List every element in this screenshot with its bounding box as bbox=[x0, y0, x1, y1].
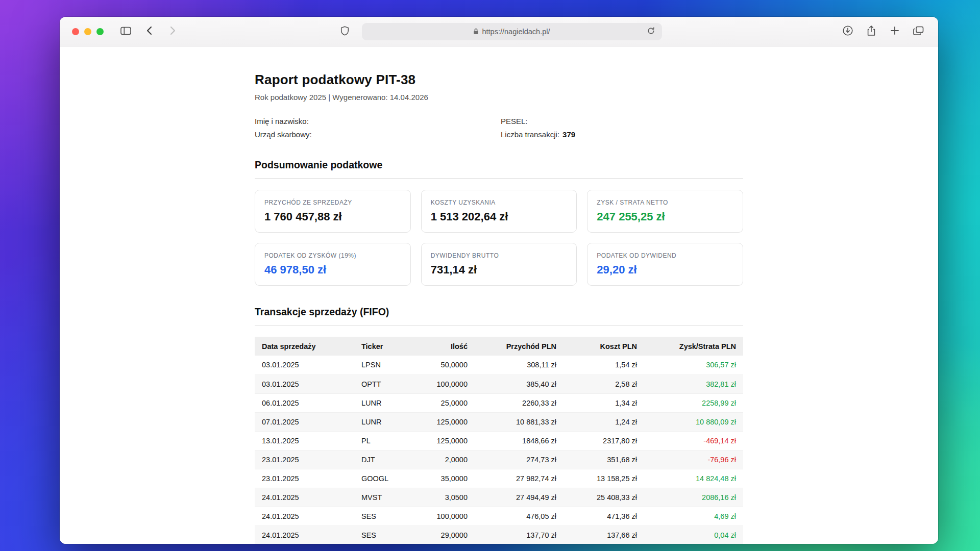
cell-date: 24.01.2025 bbox=[255, 488, 354, 507]
cell-revenue: 385,40 zł bbox=[475, 374, 564, 393]
tab-overview-button[interactable] bbox=[910, 24, 927, 39]
cell-pl: 382,81 zł bbox=[644, 374, 743, 393]
cell-revenue: 10 881,33 zł bbox=[475, 412, 564, 431]
cell-ticker: DJT bbox=[354, 450, 408, 469]
cell-qty: 50,0000 bbox=[408, 356, 475, 374]
card-value: 1 513 202,64 zł bbox=[431, 210, 568, 223]
card-label: PODATEK OD DYWIDEND bbox=[597, 252, 733, 259]
sidebar-toggle-button[interactable] bbox=[117, 24, 134, 39]
card-label: ZYSK / STRATA NETTO bbox=[597, 199, 733, 206]
toolbar-right-buttons bbox=[839, 24, 927, 39]
cell-pl: 0,04 zł bbox=[644, 525, 743, 544]
card-label: PODATEK OD ZYSKÓW (19%) bbox=[264, 252, 401, 259]
card-label: DYWIDENDY BRUTTO bbox=[431, 252, 568, 259]
minimize-window-button[interactable] bbox=[84, 28, 91, 35]
card-label: PRZYCHÓD ZE SPRZEDAŻY bbox=[264, 199, 401, 206]
name-label: Imię i nazwisko: bbox=[255, 117, 501, 126]
address-bar[interactable]: https://nagieldach.pl/ bbox=[362, 23, 662, 40]
card-value: 29,20 zł bbox=[597, 263, 733, 277]
report-info: Imię i nazwisko: PESEL: Urząd skarbowy: … bbox=[255, 117, 743, 139]
downloads-button[interactable] bbox=[839, 24, 856, 39]
col-pl: Zysk/Strata PLN bbox=[644, 337, 743, 356]
forward-button[interactable] bbox=[164, 24, 181, 39]
card-revenue: PRZYCHÓD ZE SPRZEDAŻY 1 760 457,88 zł bbox=[255, 190, 411, 233]
table-row: 23.01.2025 DJT 2,0000 274,73 zł 351,68 z… bbox=[255, 450, 743, 469]
transaction-count-value: 379 bbox=[562, 130, 575, 139]
table-row: 23.01.2025 GOOGL 35,0000 27 982,74 zł 13… bbox=[255, 469, 743, 488]
safari-window: https://nagieldach.pl/ bbox=[60, 17, 938, 544]
table-row: 24.01.2025 MVST 3,0500 27 494,49 zł 25 4… bbox=[255, 488, 743, 507]
summary-divider bbox=[255, 178, 743, 179]
browser-toolbar: https://nagieldach.pl/ bbox=[60, 17, 938, 46]
cell-ticker: OPTT bbox=[354, 374, 408, 393]
new-tab-button[interactable] bbox=[886, 24, 903, 39]
cell-date: 23.01.2025 bbox=[255, 469, 354, 488]
cell-ticker: SES bbox=[354, 507, 408, 525]
address-area: https://nagieldach.pl/ bbox=[336, 23, 662, 40]
reload-icon bbox=[647, 27, 655, 36]
cell-revenue: 1848,66 zł bbox=[475, 431, 564, 450]
cell-cost: 2317,80 zł bbox=[564, 431, 644, 450]
close-window-button[interactable] bbox=[72, 28, 79, 35]
office-label: Urząd skarbowy: bbox=[255, 130, 501, 139]
card-value: 1 760 457,88 zł bbox=[264, 210, 401, 223]
cell-pl: 4,69 zł bbox=[644, 507, 743, 525]
cell-ticker: LPSN bbox=[354, 356, 408, 374]
cell-revenue: 274,73 zł bbox=[475, 450, 564, 469]
cell-ticker: LUNR bbox=[354, 393, 408, 412]
summary-cards: PRZYCHÓD ZE SPRZEDAŻY 1 760 457,88 zł KO… bbox=[255, 190, 743, 286]
cell-revenue: 137,70 zł bbox=[475, 525, 564, 544]
cell-date: 13.01.2025 bbox=[255, 431, 354, 450]
cell-cost: 471,36 zł bbox=[564, 507, 644, 525]
page-subtitle: Rok podatkowy 2025 | Wygenerowano: 14.04… bbox=[255, 93, 743, 102]
cell-cost: 351,68 zł bbox=[564, 450, 644, 469]
sidebar-icon bbox=[120, 27, 131, 37]
cell-cost: 2,58 zł bbox=[564, 374, 644, 393]
card-value: 731,14 zł bbox=[431, 263, 568, 277]
cell-ticker: GOOGL bbox=[354, 469, 408, 488]
table-row: 03.01.2025 LPSN 50,0000 308,11 zł 1,54 z… bbox=[255, 356, 743, 374]
cell-date: 24.01.2025 bbox=[255, 525, 354, 544]
summary-section: Podsumowanie podatkowe PRZYCHÓD ZE SPRZE… bbox=[255, 159, 743, 286]
share-icon bbox=[867, 25, 876, 38]
transactions-heading: Transakcje sprzedaży (FIFO) bbox=[255, 306, 743, 318]
reload-button[interactable] bbox=[645, 26, 657, 38]
cell-ticker: MVST bbox=[354, 488, 408, 507]
cell-ticker: SES bbox=[354, 525, 408, 544]
cell-revenue: 27 494,49 zł bbox=[475, 488, 564, 507]
card-costs: KOSZTY UZYSKANIA 1 513 202,64 zł bbox=[421, 190, 577, 233]
page-viewport[interactable]: Raport podatkowy PIT-38 Rok podatkowy 20… bbox=[60, 46, 938, 544]
cell-revenue: 476,05 zł bbox=[475, 507, 564, 525]
cell-qty: 100,0000 bbox=[408, 507, 475, 525]
cell-qty: 125,0000 bbox=[408, 412, 475, 431]
card-value: 247 255,25 zł bbox=[597, 210, 733, 223]
downloads-icon bbox=[842, 25, 853, 38]
card-label: KOSZTY UZYSKANIA bbox=[431, 199, 568, 206]
transactions-section: Transakcje sprzedaży (FIFO) Data sprzeda… bbox=[255, 306, 743, 544]
cell-qty: 2,0000 bbox=[408, 450, 475, 469]
col-revenue: Przychód PLN bbox=[475, 337, 564, 356]
cell-date: 03.01.2025 bbox=[255, 374, 354, 393]
cell-date: 07.01.2025 bbox=[255, 412, 354, 431]
cell-qty: 3,0500 bbox=[408, 488, 475, 507]
privacy-report-button[interactable] bbox=[336, 24, 354, 39]
zoom-window-button[interactable] bbox=[96, 28, 104, 35]
cell-qty: 100,0000 bbox=[408, 374, 475, 393]
col-ticker: Ticker bbox=[354, 337, 408, 356]
cell-cost: 25 408,33 zł bbox=[564, 488, 644, 507]
back-button[interactable] bbox=[140, 24, 158, 39]
page-title: Raport podatkowy PIT-38 bbox=[255, 72, 743, 88]
cell-qty: 125,0000 bbox=[408, 431, 475, 450]
transactions-table: Data sprzedaży Ticker Ilość Przychód PLN… bbox=[255, 337, 743, 544]
cell-cost: 1,24 zł bbox=[564, 412, 644, 431]
cell-ticker: PL bbox=[354, 431, 408, 450]
share-button[interactable] bbox=[863, 24, 880, 39]
cell-date: 24.01.2025 bbox=[255, 507, 354, 525]
cell-qty: 29,0000 bbox=[408, 525, 475, 544]
cell-revenue: 27 982,74 zł bbox=[475, 469, 564, 488]
table-row: 06.01.2025 LUNR 25,0000 2260,33 zł 1,34 … bbox=[255, 393, 743, 412]
pesel-label: PESEL: bbox=[501, 117, 743, 126]
nav-buttons bbox=[140, 24, 181, 39]
col-cost: Koszt PLN bbox=[564, 337, 644, 356]
table-row: 13.01.2025 PL 125,0000 1848,66 zł 2317,8… bbox=[255, 431, 743, 450]
